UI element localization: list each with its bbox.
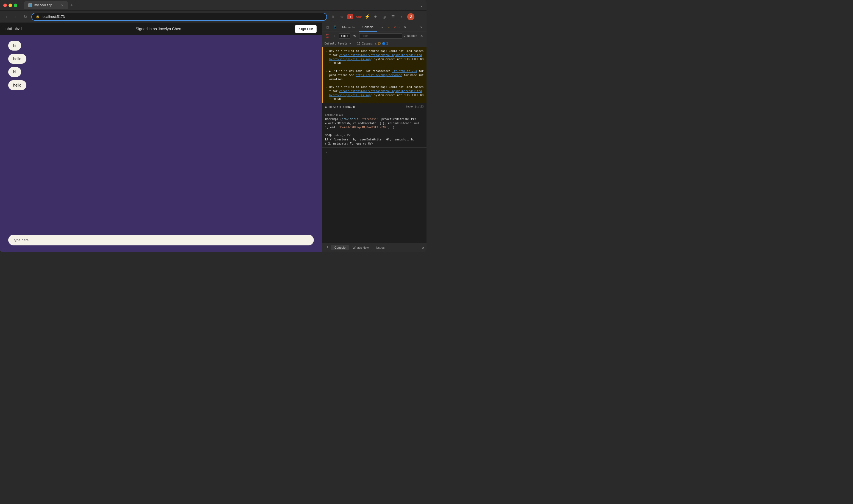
console-msg-content-2: ▶ Lit is in dev mode. Not recommended li… bbox=[329, 69, 424, 82]
console-msg-snap-content: snap index.js:158 Ll {_firestore: rh, _u… bbox=[325, 133, 424, 146]
warning-icon-2: ⚠ bbox=[326, 69, 328, 82]
signed-in-text: Signed in as Jocelyn Chen bbox=[22, 26, 295, 31]
toolbar-icons: ⬆ ☆ T ABP ⚡ ★ ◎ ☰ ▪ J ⋮ bbox=[330, 13, 423, 20]
sign-out-button[interactable]: Sign Out bbox=[295, 25, 316, 33]
eye-icon[interactable]: 👁 bbox=[352, 33, 358, 39]
issues-count: 15 Issues: ⚠ 13 🔵 2 bbox=[357, 42, 388, 45]
bottom-tab-whatsnew[interactable]: What's New bbox=[349, 245, 372, 250]
user-avatar[interactable]: J bbox=[407, 13, 414, 20]
forward-button[interactable]: › bbox=[13, 14, 19, 20]
traffic-lights bbox=[3, 4, 17, 7]
devtools-settings-icon[interactable]: ⚙ bbox=[402, 24, 408, 30]
bottom-tab-issues[interactable]: Issues bbox=[373, 245, 388, 250]
tab-elements[interactable]: Elements bbox=[339, 22, 358, 32]
back-button[interactable]: ‹ bbox=[3, 14, 10, 20]
chat-messages: hi hello hi hello bbox=[0, 35, 322, 230]
devtools-header-right: ⚠1 ✗13 ⚙ ⋮ × bbox=[388, 24, 424, 30]
clear-console-icon[interactable]: 🚫 bbox=[325, 33, 330, 39]
hidden-badge: 2 hidden bbox=[404, 34, 417, 37]
settings-icon-sm[interactable]: ⚙ bbox=[419, 33, 424, 39]
extension-red-icon[interactable]: T bbox=[347, 14, 353, 19]
app-header: chit chat Signed in as Jocelyn Chen Sign… bbox=[0, 22, 322, 35]
title-bar-more[interactable]: ⌄ bbox=[420, 3, 423, 8]
main-content: chit chat Signed in as Jocelyn Chen Sign… bbox=[0, 22, 426, 252]
app-area: chit chat Signed in as Jocelyn Chen Sign… bbox=[0, 22, 322, 252]
console-input-row: › bbox=[322, 148, 426, 156]
extension-circle-icon[interactable]: ◎ bbox=[381, 14, 387, 20]
title-bar: 🌐 my cool app × + ⌄ bbox=[0, 0, 426, 11]
adblock-icon[interactable]: ABP bbox=[356, 14, 362, 20]
lit-file-ref[interactable]: lit-html.ts:224 bbox=[392, 70, 417, 73]
new-tab-button[interactable]: + bbox=[68, 1, 76, 9]
warning-badge: ⚠1 bbox=[388, 25, 392, 29]
tab-close-icon[interactable]: × bbox=[61, 3, 63, 7]
refresh-button[interactable]: ↻ bbox=[22, 14, 29, 20]
tab-console[interactable]: Console bbox=[359, 22, 377, 32]
default-levels[interactable]: Default levels ▾ bbox=[325, 42, 351, 45]
snap-file-ref[interactable]: index.js:158 bbox=[333, 134, 351, 137]
share-icon[interactable]: ⬆ bbox=[330, 14, 337, 20]
tab-favicon: 🌐 bbox=[28, 3, 32, 7]
level-dropdown[interactable]: top ▾ bbox=[339, 33, 350, 39]
warning-icon-3: ⚠ bbox=[326, 85, 328, 102]
console-msg-content-3: DevTools failed to load source map: Coul… bbox=[329, 85, 424, 102]
console-prompt: › bbox=[325, 150, 327, 154]
message-bubble: hello bbox=[8, 54, 26, 64]
minimize-button[interactable] bbox=[8, 4, 12, 7]
devtools-inspect-icon[interactable]: ⬚ bbox=[325, 24, 331, 30]
devtools-close-icon[interactable]: × bbox=[418, 24, 424, 30]
tab-title: my cool app bbox=[34, 3, 52, 7]
chrome-menu-icon[interactable]: ⋮ bbox=[417, 14, 423, 20]
maximize-button[interactable] bbox=[14, 4, 17, 7]
console-message-snap: snap index.js:158 Ll {_firestore: rh, _u… bbox=[322, 131, 426, 148]
warning-icon-1: ⚠ bbox=[326, 49, 328, 66]
url-text: localhost:5173 bbox=[42, 15, 323, 19]
app-title: chit chat bbox=[5, 26, 22, 31]
auth-file-ref[interactable]: index.js:113 bbox=[406, 105, 424, 109]
lock-icon: 🔒 bbox=[36, 15, 40, 18]
close-button[interactable] bbox=[3, 4, 7, 7]
console-msg-auth-content: AUTH STATE CHANGED bbox=[325, 105, 404, 109]
console-msg-userimpl-content: index.js:115 UserImpl {providerId: 'fire… bbox=[325, 113, 424, 129]
error-badge: ✗13 bbox=[394, 25, 400, 29]
devtools-more-icon[interactable]: ⋮ bbox=[410, 24, 416, 30]
extension-square-icon[interactable]: ▪ bbox=[398, 14, 405, 20]
chat-input-area bbox=[0, 230, 322, 252]
devtools-issues-bar: Default levels ▾ | 15 Issues: ⚠ 13 🔵 2 bbox=[322, 40, 426, 47]
devtools-bottom-bar: ⋮ Console What's New Issues × bbox=[322, 242, 426, 252]
console-message-3: ⚠ DevTools failed to load source map: Co… bbox=[322, 83, 426, 103]
console-msg-content-1: DevTools failed to load source map: Coul… bbox=[329, 49, 424, 66]
browser-window: 🌐 my cool app × + ⌄ ‹ › ↻ 🔒 localhost:51… bbox=[0, 0, 426, 252]
tab-more[interactable]: » bbox=[378, 22, 386, 32]
file-link-2[interactable]: chrome-extension://cfhdojbkjhnklbpkdaibd… bbox=[329, 90, 422, 97]
message-bubble: hi bbox=[8, 67, 21, 77]
pause-icon[interactable]: ⏸ bbox=[332, 33, 337, 39]
active-tab[interactable]: 🌐 my cool app × bbox=[24, 1, 68, 10]
console-message-2: ⚠ ▶ Lit is in dev mode. Not recommended … bbox=[322, 67, 426, 83]
extension-star-icon[interactable]: ★ bbox=[372, 14, 379, 20]
address-input[interactable]: 🔒 localhost:5173 bbox=[31, 13, 327, 21]
console-message-userimpl: index.js:115 UserImpl {providerId: 'fire… bbox=[322, 111, 426, 131]
devtools-device-icon[interactable]: 📱 bbox=[332, 24, 338, 30]
devtools-toolbar: 🚫 ⏸ top ▾ 👁 2 hidden ⚙ bbox=[322, 32, 426, 40]
console-message-auth: AUTH STATE CHANGED index.js:113 bbox=[322, 103, 426, 111]
bookmark-icon[interactable]: ☆ bbox=[339, 14, 345, 20]
file-link-1[interactable]: chrome-extension://cfhdojbkjhnklbpkdaibd… bbox=[329, 54, 422, 61]
index-115-ref[interactable]: index.js:115 bbox=[325, 113, 343, 116]
message-bubble: hello bbox=[8, 80, 26, 90]
devtools-header: ⬚ 📱 Elements Console » ⚠1 ✗13 bbox=[322, 22, 426, 32]
message-bubble: hi bbox=[8, 41, 21, 51]
filter-input[interactable] bbox=[359, 33, 402, 39]
bottom-bar-menu-icon[interactable]: ⋮ bbox=[325, 245, 331, 251]
extension-list-icon[interactable]: ☰ bbox=[390, 14, 396, 20]
address-bar: ‹ › ↻ 🔒 localhost:5173 ⬆ ☆ T ABP ⚡ ★ ◎ ☰… bbox=[0, 11, 426, 22]
tab-bar: 🌐 my cool app × + bbox=[24, 1, 417, 10]
bottom-bar-close-icon[interactable]: × bbox=[422, 246, 424, 250]
lit-dev-link[interactable]: https://lit.dev/msg/dev-mode bbox=[356, 74, 402, 77]
extension-green-icon[interactable]: ⚡ bbox=[364, 14, 370, 19]
console-message-1: ⚠ DevTools failed to load source map: Co… bbox=[322, 47, 426, 67]
devtools-panel: ⬚ 📱 Elements Console » ⚠1 ✗13 bbox=[322, 22, 426, 252]
console-messages: ⚠ DevTools failed to load source map: Co… bbox=[322, 47, 426, 242]
chat-input[interactable] bbox=[8, 235, 314, 246]
bottom-tab-console[interactable]: Console bbox=[331, 245, 349, 250]
